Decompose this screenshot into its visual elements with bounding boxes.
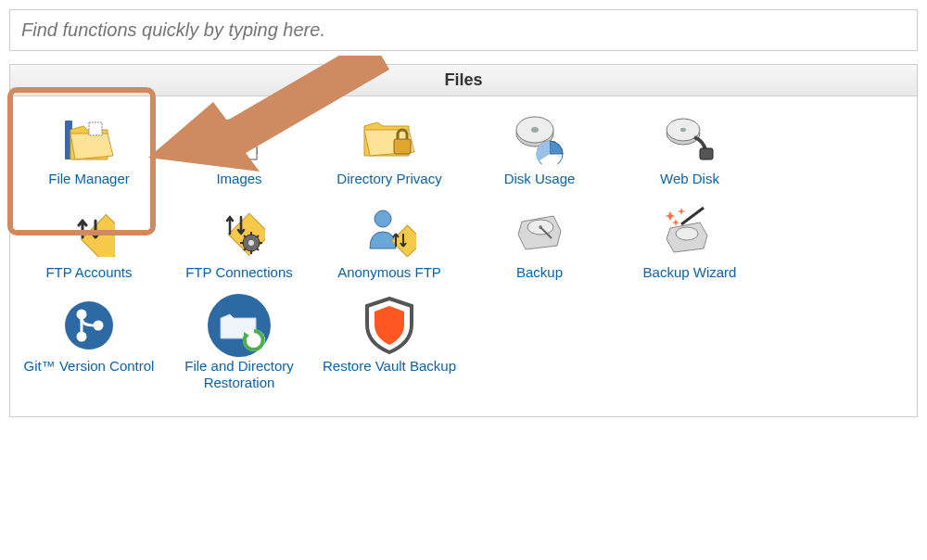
- svg-point-32: [676, 227, 698, 240]
- item-file-manager[interactable]: File Manager: [14, 104, 164, 197]
- disk-pie-icon: [466, 109, 613, 167]
- item-web-disk[interactable]: Web Disk: [615, 104, 765, 197]
- svg-marker-36: [672, 219, 679, 226]
- hdd-wand-icon: [616, 203, 763, 261]
- svg-line-24: [257, 235, 259, 237]
- item-backup[interactable]: Backup: [464, 197, 615, 291]
- svg-line-23: [257, 248, 259, 250]
- item-backup-wizard[interactable]: Backup Wizard: [615, 197, 765, 291]
- svg-point-40: [95, 322, 102, 329]
- svg-rect-14: [700, 148, 713, 159]
- item-label: Backup Wizard: [616, 264, 763, 282]
- photo-stack-icon: [166, 109, 312, 167]
- item-label: Backup: [466, 264, 613, 282]
- item-label: Anonymous FTP: [316, 264, 463, 282]
- item-images[interactable]: Images: [164, 104, 314, 197]
- disk-net-icon: [616, 109, 763, 167]
- svg-marker-34: [665, 211, 676, 221]
- folder-restore-icon: [166, 297, 312, 354]
- panel-title: Files: [10, 65, 917, 96]
- files-panel: Files File Manager: [9, 64, 918, 417]
- svg-line-25: [244, 248, 246, 250]
- files-grid: File Manager Images: [10, 96, 917, 416]
- svg-point-9: [531, 127, 539, 133]
- search-input[interactable]: [9, 9, 918, 51]
- item-label: Images: [166, 171, 312, 188]
- item-file-dir-restore[interactable]: File and Directory Restoration: [164, 291, 314, 402]
- vault-shield-icon: [316, 297, 463, 354]
- svg-point-5: [231, 130, 238, 137]
- svg-marker-35: [678, 208, 685, 215]
- svg-point-39: [78, 333, 85, 340]
- user-ftp-icon: [316, 203, 463, 261]
- svg-line-22: [244, 235, 246, 237]
- svg-rect-1: [89, 122, 102, 135]
- item-anonymous-ftp[interactable]: Anonymous FTP: [314, 197, 464, 291]
- item-label: File and Directory Restoration: [166, 358, 312, 393]
- item-directory-privacy[interactable]: Directory Privacy: [314, 104, 464, 197]
- ftp-arrows-icon: [16, 203, 162, 261]
- svg-rect-6: [394, 139, 411, 154]
- folder-lock-icon: [316, 109, 463, 167]
- item-label: Web Disk: [616, 171, 763, 188]
- svg-point-26: [248, 240, 254, 246]
- item-label: FTP Connections: [166, 264, 312, 282]
- item-ftp-connections[interactable]: FTP Connections: [164, 197, 314, 291]
- svg-point-27: [375, 210, 391, 227]
- item-label: Directory Privacy: [316, 171, 463, 188]
- git-graph-icon: [16, 297, 162, 354]
- item-label: Disk Usage: [466, 171, 613, 188]
- item-ftp-accounts[interactable]: FTP Accounts: [14, 197, 164, 291]
- item-label: Restore Vault Backup: [316, 358, 463, 375]
- item-label: FTP Accounts: [16, 264, 162, 282]
- item-disk-usage[interactable]: Disk Usage: [464, 104, 615, 197]
- ftp-gear-icon: [166, 203, 312, 261]
- svg-point-13: [680, 127, 686, 131]
- item-restore-vault[interactable]: Restore Vault Backup: [314, 291, 464, 385]
- item-label: File Manager: [16, 171, 162, 188]
- hdd-icon: [466, 203, 613, 261]
- svg-point-38: [78, 311, 85, 318]
- svg-line-33: [681, 208, 704, 224]
- folder-app-icon: [16, 109, 162, 167]
- item-git-version-control[interactable]: Git™ Version Control: [14, 291, 164, 385]
- item-label: Git™ Version Control: [16, 358, 162, 375]
